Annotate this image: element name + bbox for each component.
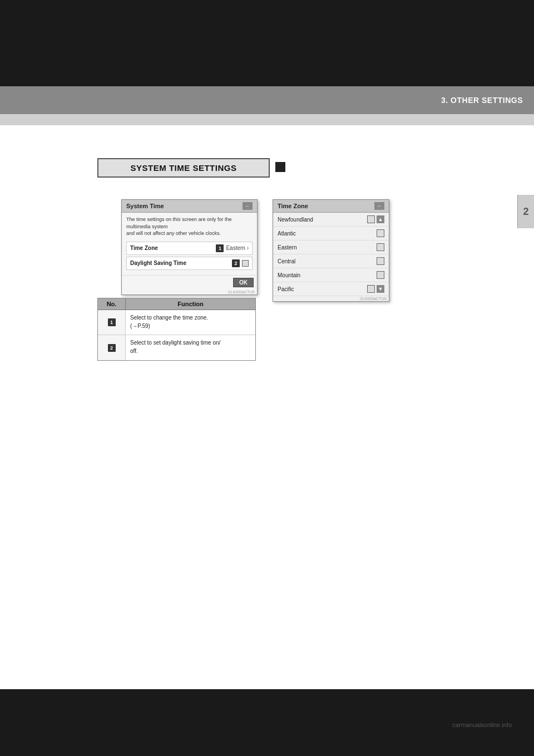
header-sub-stripe: [0, 114, 534, 125]
tz-scroll-up-btn[interactable]: ▲: [377, 215, 384, 223]
dst-right: 2: [232, 259, 249, 267]
tz-checkbox-pacific[interactable]: [367, 285, 375, 293]
dialog-footer: OK: [122, 275, 257, 289]
tz-back-button[interactable]: ←: [374, 202, 384, 210]
tz-label-mountain: Mountain: [278, 272, 300, 278]
dst-row[interactable]: Daylight Saving Time 2: [126, 257, 253, 270]
tz-checkbox-central[interactable]: [377, 257, 384, 265]
header-title: 3. OTHER SETTINGS: [441, 96, 523, 105]
table-header-function: Function: [126, 298, 255, 310]
dialog-header: System Time ←: [122, 200, 257, 213]
tz-checkbox-eastern[interactable]: [377, 243, 384, 251]
dialog-back-button[interactable]: ←: [243, 202, 253, 210]
system-time-dialog: System Time ← The time settings on this …: [121, 199, 258, 295]
dst-label: Daylight Saving Time: [130, 260, 186, 266]
tz-row-newfoundland[interactable]: Newfoundland ▲: [273, 213, 389, 227]
func-desc-1: Select to change the time zone.(→P.59): [126, 310, 255, 335]
tz-label-atlantic: Atlantic: [278, 230, 296, 237]
func-desc-2: Select to set daylight saving time on/of…: [126, 335, 255, 360]
tz-row-mountain[interactable]: Mountain: [273, 268, 389, 282]
time-zone-label: Time Zone: [130, 245, 158, 251]
tz-checkbox-atlantic[interactable]: [377, 229, 384, 237]
tz-scroll-down-btn[interactable]: ▼: [377, 285, 384, 293]
dialog-watermark: CLK002aCTUS: [122, 289, 257, 294]
time-zone-row[interactable]: Time Zone 1 Eastern ›: [126, 242, 253, 255]
tz-label-eastern: Eastern: [278, 244, 296, 251]
function-table: No. Function 1 Select to change the time…: [97, 298, 256, 361]
func-badge-1: 1: [108, 318, 116, 326]
ok-button[interactable]: OK: [233, 278, 254, 287]
time-zone-value: Eastern ›: [226, 245, 249, 251]
func-no-1: 1: [98, 310, 126, 335]
tz-row-atlantic[interactable]: Atlantic: [273, 227, 389, 240]
func-badge-2: 2: [108, 344, 116, 352]
tz-checkbox-newfoundland[interactable]: [367, 215, 375, 223]
func-no-2: 2: [98, 335, 126, 360]
section-title-box: SYSTEM TIME SETTINGS: [97, 158, 270, 178]
tz-label-newfoundland: Newfoundland: [278, 217, 313, 223]
tz-watermark: CLK003aCTUS: [273, 296, 389, 301]
table-row-1: 1 Select to change the time zone.(→P.59): [98, 310, 255, 335]
tz-row-central[interactable]: Central: [273, 254, 389, 268]
tz-row-eastern[interactable]: Eastern: [273, 240, 389, 254]
table-header-no: No.: [98, 298, 126, 310]
right-tab: 2: [517, 195, 534, 228]
tz-row-pacific[interactable]: Pacific ▼: [273, 282, 389, 296]
tz-label-central: Central: [278, 258, 295, 264]
header-stripe: 3. OTHER SETTINGS: [0, 86, 534, 114]
tz-dialog-header: Time Zone ←: [273, 200, 389, 213]
bottom-watermark: carmanualsonline.info: [452, 721, 512, 728]
table-row-2: 2 Select to set daylight saving time on/…: [98, 335, 255, 360]
top-black-bar: [0, 0, 534, 86]
dialog-body: The time settings on this screen are onl…: [122, 213, 257, 275]
section-title-text: SYSTEM TIME SETTINGS: [131, 163, 237, 173]
time-zone-badge: 1: [216, 244, 224, 252]
timezone-dialog: Time Zone ← Newfoundland ▲ Atlantic East…: [273, 199, 389, 302]
dst-checkbox[interactable]: [242, 260, 249, 267]
title-decoration: [275, 162, 285, 172]
time-zone-right: 1 Eastern ›: [216, 244, 249, 252]
dialog-description: The time settings on this screen are onl…: [126, 216, 253, 237]
dst-badge: 2: [232, 259, 240, 267]
dialog-title: System Time: [126, 203, 164, 209]
tz-checkbox-mountain[interactable]: [377, 271, 384, 279]
tz-dialog-title: Time Zone: [278, 203, 308, 209]
function-table-header: No. Function: [98, 298, 255, 310]
tz-label-pacific: Pacific: [278, 286, 294, 292]
